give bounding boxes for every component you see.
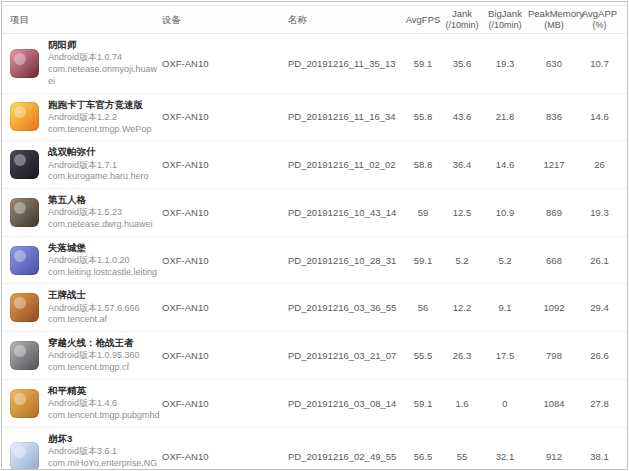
jank-cell: 43.6 [442,111,482,122]
column-header-avgapp-unit: (%) [580,20,619,31]
app-package-name: com.kurogame.haru.hero [48,171,162,183]
avgapp-cell: 14.6 [580,111,619,122]
peakmemory-cell: 630 [528,58,580,69]
avgapp-cell: 29.4 [580,302,619,313]
bigjank-cell: 5.2 [482,255,528,266]
avgapp-cell: 10.7 [580,58,619,69]
onmyoji-app-icon [10,49,39,78]
report-name-cell[interactable]: PD_20191216_10_28_31 [288,255,404,266]
table-row[interactable]: 崩坏3 Android版本3.6.1 com.miHoYo.enterprise… [2,428,627,470]
app-name: 崩坏3 [48,433,162,445]
avgfps-cell: 59 [404,207,442,218]
app-android-version: Android版本1.5.23 [48,207,162,219]
app-android-version: Android版本3.6.1 [48,446,162,458]
avgapp-cell: 19.3 [580,207,619,218]
app-android-version: Android版本1.1.0.20 [48,255,162,267]
app-package-name: com.tencent.af [48,314,162,326]
table-row[interactable]: 跑跑卡丁车官方竞速版 Android版本1.2.2 com.tencent.tm… [2,94,627,142]
bigjank-cell: 9.1 [482,302,528,313]
punishing-gray-raven-app-icon [10,150,39,179]
app-info: 跑跑卡丁车官方竞速版 Android版本1.2.2 com.tencent.tm… [48,99,162,136]
device-cell: OXF-AN10 [162,451,288,462]
identity-v-app-icon [10,198,39,227]
app-android-version: Android版本1.4.6 [48,398,162,410]
column-header-jank-unit: (/10min) [442,20,482,31]
avgapp-cell: 38.1 [580,451,619,462]
app-name: 失落城堡 [48,242,162,254]
report-name-cell[interactable]: PD_20191216_03_21_07 [288,350,404,361]
peakmemory-cell: 668 [528,255,580,266]
device-cell: OXF-AN10 [162,255,288,266]
jank-cell: 1.6 [442,398,482,409]
app-package-name: com.tencent.tmgp.cf [48,362,162,374]
app-name: 和平精英 [48,385,162,397]
jank-cell: 55 [442,451,482,462]
jank-cell: 35.6 [442,58,482,69]
report-name-cell[interactable]: PD_20191216_10_43_14 [288,207,404,218]
app-info: 第五人格 Android版本1.5.23 com.netease.dwrg.hu… [48,194,162,231]
app-package-name: com.leiting.lostcastle.leiting [48,267,162,279]
project-cell: 第五人格 Android版本1.5.23 com.netease.dwrg.hu… [10,194,162,231]
avgapp-cell: 26 [580,159,619,170]
avgfps-cell: 55.8 [404,111,442,122]
report-name-cell[interactable]: PD_20191216_11_35_13 [288,58,404,69]
table-row[interactable]: 战双帕弥什 Android版本1.7.1 com.kurogame.haru.h… [2,141,627,189]
report-name-cell[interactable]: PD_20191216_11_02_02 [288,159,404,170]
table-row[interactable]: 阴阳师 Android版本1.0.74 com.netease.onmyoji.… [2,34,627,93]
device-cell: OXF-AN10 [162,398,288,409]
bigjank-cell: 10.9 [482,207,528,218]
device-cell: OXF-AN10 [162,159,288,170]
app-android-version: Android版本1.2.2 [48,112,162,124]
bigjank-cell: 21.8 [482,111,528,122]
avgfps-cell: 59.1 [404,58,442,69]
peakmemory-cell: 1217 [528,159,580,170]
project-cell: 崩坏3 Android版本3.6.1 com.miHoYo.enterprise… [10,433,162,470]
app-name: 第五人格 [48,194,162,206]
table-row[interactable]: 失落城堡 Android版本1.1.0.20 com.leiting.lostc… [2,237,627,285]
project-cell: 和平精英 Android版本1.4.6 com.tencent.tmgp.pub… [10,385,162,422]
project-cell: 穿越火线：枪战王者 Android版本1.0.95.360 com.tencen… [10,337,162,374]
column-header-bigjank-unit: (/10min) [482,20,528,31]
honkai-impact-3-app-icon [10,442,39,470]
avgfps-cell: 56 [404,302,442,313]
column-header-device: 设备 [162,14,288,26]
jank-cell: 12.2 [442,302,482,313]
table-row[interactable]: 王牌战士 Android版本1.57.6.666 com.tencent.af … [2,284,627,332]
table-row[interactable]: 第五人格 Android版本1.5.23 com.netease.dwrg.hu… [2,189,627,237]
app-name: 跑跑卡丁车官方竞速版 [48,99,162,111]
app-name: 穿越火线：枪战王者 [48,337,162,349]
table-body: 阴阳师 Android版本1.0.74 com.netease.onmyoji.… [2,34,627,470]
app-info: 王牌战士 Android版本1.57.6.666 com.tencent.af [48,289,162,326]
column-header-project: 项目 [10,14,162,26]
report-name-cell[interactable]: PD_20191216_03_08_14 [288,398,404,409]
avgapp-cell: 26.6 [580,350,619,361]
peakmemory-cell: 869 [528,207,580,218]
report-name-cell[interactable]: PD_20191216_11_16_34 [288,111,404,122]
device-cell: OXF-AN10 [162,58,288,69]
column-header-avgapp-label: AvgAPP [582,8,617,19]
column-header-peakmemory-unit: (MB) [528,20,580,31]
peakmemory-cell: 798 [528,350,580,361]
app-info: 阴阳师 Android版本1.0.74 com.netease.onmyoji.… [48,39,162,87]
column-header-avgfps: AvgFPS [404,14,442,26]
app-info: 崩坏3 Android版本3.6.1 com.miHoYo.enterprise… [48,433,162,470]
column-header-peakmemory: PeakMemory (MB) [528,8,580,31]
app-package-name: com.tencent.tmgp.pubgmhd [48,410,162,422]
jank-cell: 26.3 [442,350,482,361]
app-name: 王牌战士 [48,289,162,301]
table-row[interactable]: 穿越火线：枪战王者 Android版本1.0.95.360 com.tencen… [2,332,627,380]
app-android-version: Android版本1.7.1 [48,160,162,172]
project-cell: 王牌战士 Android版本1.57.6.666 com.tencent.af [10,289,162,326]
crossfire-app-icon [10,341,39,370]
app-android-version: Android版本1.57.6.666 [48,303,162,315]
avgapp-cell: 27.8 [580,398,619,409]
table-row[interactable]: 和平精英 Android版本1.4.6 com.tencent.tmgp.pub… [2,380,627,428]
report-name-cell[interactable]: PD_20191216_03_36_55 [288,302,404,313]
app-android-version: Android版本1.0.95.360 [48,350,162,362]
jank-cell: 36.4 [442,159,482,170]
device-cell: OXF-AN10 [162,350,288,361]
table-header-row: 项目 设备 名称 AvgFPS Jank (/10min) BigJank (/… [2,5,627,34]
report-name-cell[interactable]: PD_20191216_02_49_55 [288,451,404,462]
performance-report-table: 项目 设备 名称 AvgFPS Jank (/10min) BigJank (/… [1,1,628,470]
column-header-avgapp: AvgAPP (%) [580,8,619,31]
